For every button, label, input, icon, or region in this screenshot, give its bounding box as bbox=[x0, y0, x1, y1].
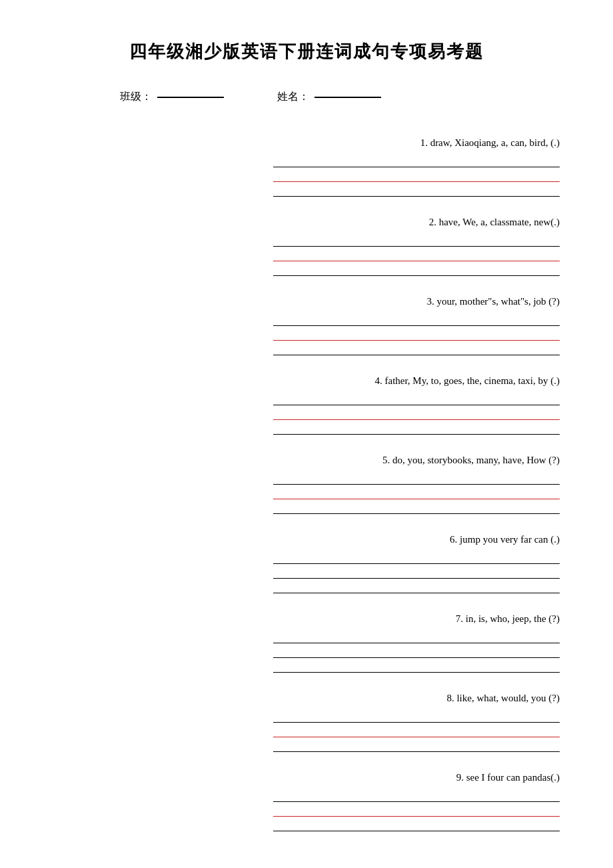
question-block-5: 5. do, you, storybooks, many, have, How … bbox=[53, 455, 560, 514]
class-underline bbox=[157, 97, 224, 98]
question-block-2: 2. have, We, a, classmate, new(.) bbox=[53, 217, 560, 276]
name-field: 姓名： bbox=[277, 90, 381, 104]
answer-line-3-2 bbox=[273, 326, 560, 341]
question-text-3: 3. your, mother"s, what"s, job (?) bbox=[426, 296, 560, 307]
answer-lines-7 bbox=[273, 629, 560, 673]
page-title: 四年级湘少版英语下册连词成句专项易考题 bbox=[53, 40, 560, 63]
answer-line-3-1 bbox=[273, 311, 560, 326]
student-info-row: 班级： 姓名： bbox=[53, 90, 560, 104]
answer-line-2-3 bbox=[273, 261, 560, 276]
answer-line-4-1 bbox=[273, 391, 560, 405]
answer-line-7-1 bbox=[273, 629, 560, 643]
answer-line-6-2 bbox=[273, 564, 560, 579]
question-block-7: 7. in, is, who, jeep, the (?) bbox=[53, 613, 560, 673]
answer-line-7-2 bbox=[273, 643, 560, 658]
question-text-7: 7. in, is, who, jeep, the (?) bbox=[456, 613, 560, 625]
answer-line-4-3 bbox=[273, 420, 560, 435]
answer-line-5-1 bbox=[273, 470, 560, 485]
name-label: 姓名： bbox=[277, 90, 309, 104]
question-block-9: 9. see I four can pandas(.) bbox=[53, 772, 560, 831]
answer-lines-6 bbox=[273, 549, 560, 593]
question-text-4: 4. father, My, to, goes, the, cinema, ta… bbox=[374, 375, 560, 387]
answer-line-1-3 bbox=[273, 182, 560, 197]
class-label: 班级： bbox=[120, 90, 152, 104]
answer-line-5-3 bbox=[273, 499, 560, 514]
class-field: 班级： bbox=[120, 90, 224, 104]
question-text-8: 8. like, what, would, you (?) bbox=[446, 693, 560, 704]
question-text-9: 9. see I four can pandas(.) bbox=[456, 772, 560, 783]
question-block-3: 3. your, mother"s, what"s, job (?) bbox=[53, 296, 560, 355]
answer-line-2-2 bbox=[273, 247, 560, 261]
answer-lines-9 bbox=[273, 787, 560, 831]
answer-line-8-1 bbox=[273, 708, 560, 723]
answer-line-5-2 bbox=[273, 485, 560, 499]
answer-line-6-1 bbox=[273, 549, 560, 564]
answer-line-9-1 bbox=[273, 787, 560, 802]
answer-lines-1 bbox=[273, 153, 560, 197]
question-block-4: 4. father, My, to, goes, the, cinema, ta… bbox=[53, 375, 560, 435]
answer-lines-5 bbox=[273, 470, 560, 514]
answer-line-1-2 bbox=[273, 167, 560, 182]
answer-line-8-3 bbox=[273, 737, 560, 752]
question-block-8: 8. like, what, would, you (?) bbox=[53, 693, 560, 752]
answer-line-9-3 bbox=[273, 817, 560, 831]
answer-line-4-2 bbox=[273, 405, 560, 420]
question-block-1: 1. draw, Xiaoqiang, a, can, bird, (.) bbox=[53, 137, 560, 197]
answer-line-1-1 bbox=[273, 153, 560, 167]
questions-container: 1. draw, Xiaoqiang, a, can, bird, (.)2. … bbox=[53, 137, 560, 831]
question-text-2: 2. have, We, a, classmate, new(.) bbox=[429, 217, 560, 228]
answer-line-7-3 bbox=[273, 658, 560, 673]
answer-line-6-3 bbox=[273, 579, 560, 593]
question-text-6: 6. jump you very far can (.) bbox=[450, 534, 560, 545]
answer-lines-3 bbox=[273, 311, 560, 355]
answer-lines-4 bbox=[273, 391, 560, 435]
question-text-1: 1. draw, Xiaoqiang, a, can, bird, (.) bbox=[420, 137, 560, 149]
answer-lines-2 bbox=[273, 232, 560, 276]
answer-lines-8 bbox=[273, 708, 560, 752]
question-block-6: 6. jump you very far can (.) bbox=[53, 534, 560, 593]
answer-line-9-2 bbox=[273, 802, 560, 817]
answer-line-8-2 bbox=[273, 723, 560, 737]
answer-line-2-1 bbox=[273, 232, 560, 247]
answer-line-3-3 bbox=[273, 341, 560, 355]
question-text-5: 5. do, you, storybooks, many, have, How … bbox=[382, 455, 560, 466]
name-underline bbox=[314, 97, 381, 98]
